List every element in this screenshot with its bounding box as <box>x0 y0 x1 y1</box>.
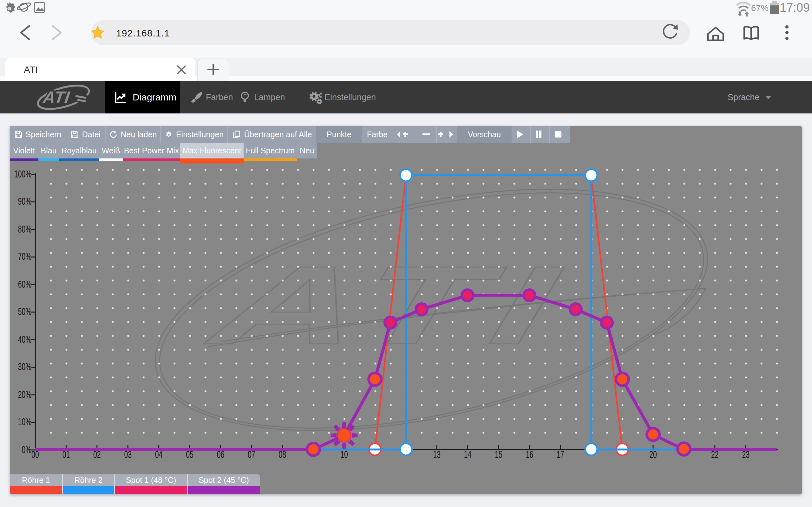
svg-text:ATI: ATI <box>41 88 71 107</box>
svg-text:80%: 80% <box>18 223 32 235</box>
svg-text:16: 16 <box>526 448 533 460</box>
svg-text:17: 17 <box>557 448 564 460</box>
svg-text:90%: 90% <box>18 195 32 207</box>
svg-text:14: 14 <box>464 448 471 460</box>
svg-text:13: 13 <box>433 448 440 460</box>
svg-text:10%: 10% <box>18 416 32 428</box>
svg-text:17:09: 17:09 <box>780 1 810 14</box>
svg-text:100%: 100% <box>14 168 32 180</box>
svg-text:a: a <box>8 5 11 11</box>
svg-text:0%: 0% <box>21 444 32 455</box>
svg-text:50%: 50% <box>18 305 32 317</box>
svg-text:20%: 20% <box>18 389 32 400</box>
svg-text:40%: 40% <box>18 333 32 345</box>
svg-text:70%: 70% <box>18 250 32 262</box>
svg-text:15: 15 <box>495 448 502 460</box>
svg-text:60%: 60% <box>18 278 32 290</box>
svg-text:67%: 67% <box>751 3 768 13</box>
svg-text:30%: 30% <box>18 360 32 372</box>
